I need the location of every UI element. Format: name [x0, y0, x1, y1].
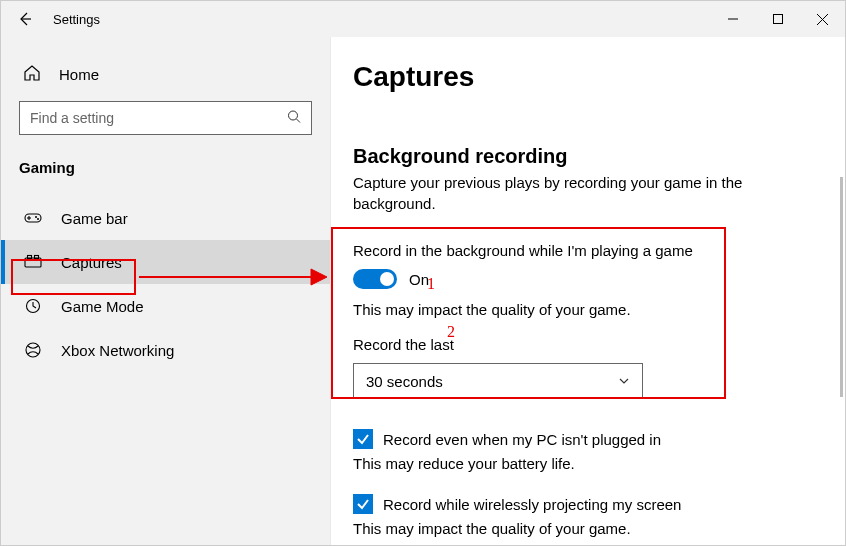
- svg-line-6: [297, 119, 301, 123]
- sidebar-item-label: Xbox Networking: [61, 342, 174, 359]
- sidebar-home[interactable]: Home: [1, 55, 330, 93]
- svg-rect-12: [25, 258, 41, 267]
- checkbox-record-wireless-label: Record while wirelessly projecting my sc…: [383, 496, 681, 513]
- sidebar-item-game-mode[interactable]: Game Mode: [1, 284, 330, 328]
- svg-point-11: [37, 218, 39, 220]
- content-area: Captures Background recording Capture yo…: [331, 37, 845, 545]
- checkbox-record-unplugged-label: Record even when my PC isn't plugged in: [383, 431, 661, 448]
- titlebar: Settings: [1, 1, 845, 37]
- search-input[interactable]: [20, 110, 311, 126]
- sidebar-item-label: Game bar: [61, 210, 128, 227]
- svg-rect-13: [28, 256, 32, 259]
- checkbox-record-wireless-note: This may impact the quality of your game…: [353, 520, 829, 537]
- toggle-knob: [380, 272, 394, 286]
- back-button[interactable]: [13, 7, 37, 31]
- svg-point-10: [35, 216, 37, 218]
- search-input-wrap[interactable]: [19, 101, 312, 135]
- maximize-icon: [773, 14, 783, 24]
- checkbox-record-unplugged[interactable]: [353, 429, 373, 449]
- record-background-label: Record in the background while I'm playi…: [353, 242, 829, 259]
- minimize-button[interactable]: [710, 1, 755, 37]
- chevron-down-icon: [618, 373, 630, 390]
- sidebar-item-captures[interactable]: Captures: [1, 240, 330, 284]
- close-button[interactable]: [800, 1, 845, 37]
- svg-rect-14: [35, 256, 39, 259]
- sidebar-section-header: Gaming: [1, 153, 330, 190]
- xbox-icon: [23, 341, 43, 359]
- record-background-toggle[interactable]: [353, 269, 397, 289]
- sidebar-item-label: Game Mode: [61, 298, 144, 315]
- svg-point-16: [26, 343, 40, 357]
- arrow-left-icon: [17, 11, 33, 27]
- record-background-warning: This may impact the quality of your game…: [353, 301, 829, 318]
- maximize-button[interactable]: [755, 1, 800, 37]
- check-icon: [356, 432, 370, 446]
- svg-point-5: [289, 111, 298, 120]
- section-description: Capture your previous plays by recording…: [353, 172, 773, 214]
- sidebar: Home Gaming Game bar Captures Game Mod: [1, 37, 331, 545]
- svg-rect-2: [773, 15, 782, 24]
- section-heading-background-recording: Background recording: [353, 145, 829, 168]
- sidebar-item-label: Captures: [61, 254, 122, 271]
- scrollbar[interactable]: [840, 177, 843, 397]
- record-last-label: Record the last: [353, 336, 829, 353]
- game-mode-icon: [23, 297, 43, 315]
- dropdown-value: 30 seconds: [366, 373, 443, 390]
- game-bar-icon: [23, 211, 43, 225]
- close-icon: [817, 14, 828, 25]
- search-icon[interactable]: [287, 110, 301, 127]
- home-icon: [23, 64, 41, 85]
- window-controls: [710, 1, 845, 37]
- check-icon: [356, 497, 370, 511]
- minimize-icon: [728, 14, 738, 24]
- captures-icon: [23, 254, 43, 270]
- checkbox-record-unplugged-note: This may reduce your battery life.: [353, 455, 829, 472]
- toggle-state-text: On: [409, 271, 429, 288]
- sidebar-home-label: Home: [59, 66, 99, 83]
- window-title: Settings: [53, 12, 100, 27]
- page-title: Captures: [353, 61, 829, 93]
- checkbox-record-wireless[interactable]: [353, 494, 373, 514]
- sidebar-item-xbox-networking[interactable]: Xbox Networking: [1, 328, 330, 372]
- record-last-dropdown[interactable]: 30 seconds: [353, 363, 643, 399]
- sidebar-item-game-bar[interactable]: Game bar: [1, 196, 330, 240]
